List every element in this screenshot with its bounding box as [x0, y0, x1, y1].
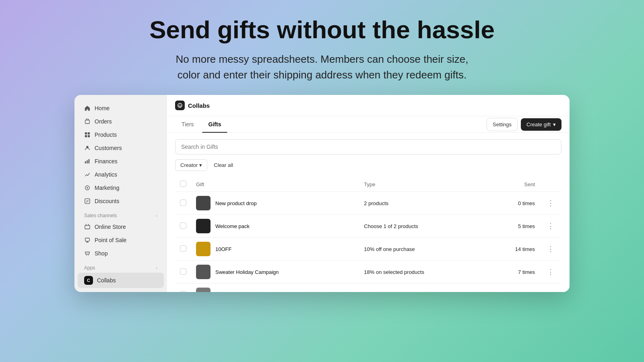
marketing-icon	[84, 185, 91, 191]
sidebar-item-discounts[interactable]: Discounts	[78, 195, 164, 208]
main-content: Collabs Tiers Gifts Settings Create gift…	[167, 95, 570, 292]
row-sent-cell: 14 times	[486, 238, 540, 261]
row-more-button[interactable]: ⋮	[545, 267, 557, 277]
row-gift-cell: Sweater Holiday Campaign	[191, 261, 359, 284]
clear-all-button[interactable]: Clear all	[211, 160, 236, 171]
create-gift-button[interactable]: Create gift ▾	[521, 118, 561, 131]
app-window-icon	[175, 101, 185, 110]
app-window: Home Orders Products Customers Finances	[74, 95, 570, 292]
select-all-checkbox[interactable]	[180, 181, 186, 187]
create-gift-chevron: ▾	[553, 121, 556, 128]
gift-name: New product drop	[215, 200, 257, 206]
settings-button[interactable]: Settings	[487, 118, 518, 131]
row-checkbox[interactable]	[180, 245, 186, 252]
sidebar-item-marketing[interactable]: Marketing	[78, 181, 164, 194]
table-row: Sweater Holiday Campaign 18% on selected…	[175, 261, 561, 284]
sidebar-item-shop[interactable]: Shop	[78, 247, 164, 260]
row-more-cell[interactable]: ⋮	[540, 284, 561, 292]
finances-icon	[84, 158, 91, 165]
filter-creator-button[interactable]: Creator ▾	[175, 159, 207, 171]
sidebar-item-home[interactable]: Home	[78, 102, 164, 115]
discounts-icon	[84, 198, 91, 204]
svg-point-17	[180, 104, 180, 105]
svg-point-16	[178, 103, 182, 108]
gift-name: Welcome pack	[215, 223, 250, 229]
row-sent-cell: 19 times	[486, 284, 540, 292]
row-more-cell[interactable]: ⋮	[540, 238, 561, 261]
svg-rect-12	[85, 226, 90, 229]
row-type-cell: 10% off one purchase	[359, 238, 486, 261]
sidebar-item-online-store[interactable]: Online Store	[78, 220, 164, 233]
row-more-button[interactable]: ⋮	[545, 221, 557, 231]
sales-channels-chevron[interactable]: ›	[156, 213, 157, 218]
sidebar-sub-item-recruiting[interactable]: Recruiting	[78, 288, 164, 292]
row-gift-cell: 10OFF	[191, 238, 359, 261]
products-icon	[84, 132, 91, 138]
tab-gifts[interactable]: Gifts	[202, 116, 228, 132]
col-gift: Gift	[191, 177, 359, 192]
row-type-cell: Choose 1 of 2 products	[359, 215, 486, 238]
row-checkbox[interactable]	[180, 268, 186, 275]
svg-rect-6	[85, 161, 86, 163]
row-checkbox-cell[interactable]	[175, 261, 191, 284]
tab-tiers[interactable]: Tiers	[175, 116, 200, 132]
row-more-button[interactable]: ⋮	[545, 198, 557, 208]
gifts-table: Gift Type Sent New product drop 2 produc…	[175, 177, 561, 292]
svg-point-5	[86, 146, 88, 148]
filter-row: Creator ▾ Clear all	[175, 159, 561, 171]
row-checkbox[interactable]	[180, 222, 186, 229]
sidebar-item-customers[interactable]: Customers	[78, 142, 164, 154]
sales-channels-section: Sales channels ›	[74, 208, 167, 220]
col-type: Type	[359, 177, 486, 192]
row-more-button[interactable]: ⋮	[545, 290, 557, 292]
col-checkbox[interactable]	[175, 177, 191, 192]
sidebar-item-finances[interactable]: Finances	[78, 155, 164, 168]
gift-name: Summer kit	[215, 292, 242, 292]
gift-thumbnail	[196, 196, 211, 210]
gift-thumbnail	[196, 288, 211, 292]
table-row: Summer kit 20% on collection 19 times ⋮	[175, 284, 561, 292]
customers-icon	[84, 145, 91, 151]
svg-rect-2	[88, 132, 90, 134]
row-more-cell[interactable]: ⋮	[540, 215, 561, 238]
svg-rect-7	[87, 160, 88, 164]
gift-thumbnail	[196, 265, 211, 279]
col-sent: Sent	[486, 177, 540, 192]
search-input[interactable]	[175, 139, 561, 154]
svg-point-10	[87, 187, 88, 189]
sidebar-item-orders[interactable]: Orders	[78, 115, 164, 128]
analytics-icon	[84, 171, 91, 178]
row-checkbox-cell[interactable]	[175, 238, 191, 261]
svg-rect-0	[85, 120, 90, 124]
hero-title: Send gifts without the hassle	[149, 16, 495, 43]
row-type-cell: 2 products	[359, 192, 486, 215]
row-more-cell[interactable]: ⋮	[540, 192, 561, 215]
tabs-bar: Tiers Gifts Settings Create gift ▾	[167, 116, 570, 133]
hero-subtitle: No more messy spreadsheets. Members can …	[149, 51, 495, 83]
row-checkbox[interactable]	[180, 291, 186, 292]
svg-rect-1	[85, 132, 87, 134]
row-sent-cell: 5 times	[486, 215, 540, 238]
row-checkbox-cell[interactable]	[175, 215, 191, 238]
sidebar: Home Orders Products Customers Finances	[74, 95, 167, 292]
row-sent-cell: 0 times	[486, 192, 540, 215]
row-more-button[interactable]: ⋮	[545, 244, 557, 254]
table-row: Welcome pack Choose 1 of 2 products 5 ti…	[175, 215, 561, 238]
table-row: New product drop 2 products 0 times ⋮	[175, 192, 561, 215]
sidebar-item-products[interactable]: Products	[78, 128, 164, 141]
sidebar-item-collabs[interactable]: C Collabs	[78, 273, 164, 288]
row-checkbox[interactable]	[180, 200, 186, 206]
row-checkbox-cell[interactable]	[175, 192, 191, 215]
gift-name: 10OFF	[215, 246, 231, 252]
home-icon	[84, 105, 91, 111]
svg-point-15	[88, 255, 89, 256]
hero-section: Send gifts without the hassle No more me…	[149, 16, 495, 83]
shop-icon	[84, 250, 91, 257]
svg-point-14	[86, 255, 87, 256]
row-gift-cell: New product drop	[191, 192, 359, 215]
sidebar-item-pos[interactable]: Point of Sale	[78, 234, 164, 247]
sidebar-item-analytics[interactable]: Analytics	[78, 168, 164, 181]
row-more-cell[interactable]: ⋮	[540, 261, 561, 284]
apps-chevron[interactable]: ›	[156, 265, 157, 270]
row-checkbox-cell[interactable]	[175, 284, 191, 292]
